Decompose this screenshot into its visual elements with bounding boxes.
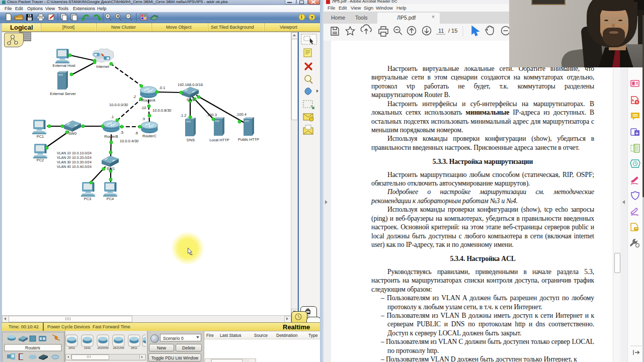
svg-text:11: 11 bbox=[438, 28, 444, 34]
svg-text:i: i bbox=[301, 15, 302, 20]
svg-text:DNS: DNS bbox=[187, 138, 195, 142]
svg-text:SW2: SW2 bbox=[187, 98, 195, 102]
svg-text:.2: .2 bbox=[133, 95, 136, 99]
svg-text:PC2: PC2 bbox=[37, 158, 44, 162]
svg-text:.5: .5 bbox=[120, 130, 123, 135]
svg-text:RouterB: RouterB bbox=[104, 134, 118, 139]
svg-text:.6: .6 bbox=[135, 131, 138, 135]
svg-text:SW1: SW1 bbox=[107, 166, 115, 171]
svg-text:10.0.0.0/30: 10.0.0.0/30 bbox=[109, 103, 128, 107]
svg-text:.1: .1 bbox=[111, 115, 114, 119]
svg-text:RouterC: RouterC bbox=[142, 134, 157, 138]
svg-text:RouterA: RouterA bbox=[141, 98, 155, 103]
svg-text:2620XM: 2620XM bbox=[98, 346, 109, 349]
svg-text:Internet: Internet bbox=[96, 64, 109, 69]
svg-text:.0.1: .0.1 bbox=[159, 85, 166, 90]
svg-text:Local HTTP: Local HTTP bbox=[209, 138, 229, 142]
svg-text:R: R bbox=[117, 15, 119, 18]
svg-text:10.0.0.4/30: 10.0.0.4/30 bbox=[120, 139, 139, 143]
svg-text:External Host: External Host bbox=[52, 63, 75, 68]
svg-text:PC4: PC4 bbox=[107, 197, 114, 201]
svg-text:Routers: Routers bbox=[25, 345, 40, 350]
svg-text:PC3: PC3 bbox=[84, 197, 92, 201]
svg-text:.1.2: .1.2 bbox=[180, 113, 187, 118]
svg-text:2811: 2811 bbox=[131, 346, 138, 349]
svg-text:PC1: PC1 bbox=[37, 134, 44, 139]
svg-text:1941: 1941 bbox=[84, 346, 91, 349]
svg-text:A: A bbox=[632, 99, 634, 102]
svg-text:VLAN 30 10.0.30.0/24: VLAN 30 10.0.30.0/24 bbox=[57, 160, 92, 164]
svg-text:192.168.0.0/16: 192.168.0.0/16 bbox=[178, 82, 203, 87]
svg-text:10.0.0.8/30: 10.0.0.8/30 bbox=[152, 108, 172, 113]
svg-text:External Server: External Server bbox=[50, 92, 76, 96]
svg-text:SW0: SW0 bbox=[68, 131, 76, 136]
svg-text:VLAN 40 10.0.40.0/24: VLAN 40 10.0.40.0/24 bbox=[57, 165, 92, 168]
svg-text:.10: .10 bbox=[141, 106, 146, 110]
svg-text:VLAN 20 10.0.20.0/24: VLAN 20 10.0.20.0/24 bbox=[57, 156, 92, 159]
svg-text:.100.3: .100.3 bbox=[206, 113, 217, 117]
svg-text:2621XM: 2621XM bbox=[113, 346, 124, 349]
svg-text:.9: .9 bbox=[142, 117, 145, 121]
svg-text:Public HTTP: Public HTTP bbox=[238, 137, 259, 142]
svg-text:/ 15: / 15 bbox=[448, 28, 457, 34]
svg-text:?: ? bbox=[310, 15, 313, 20]
svg-text:VLAN 10 10.0.10.0/24: VLAN 10 10.0.10.0/24 bbox=[57, 151, 92, 155]
svg-text:.100.4: .100.4 bbox=[236, 112, 247, 117]
svg-text:1841: 1841 bbox=[68, 346, 75, 349]
